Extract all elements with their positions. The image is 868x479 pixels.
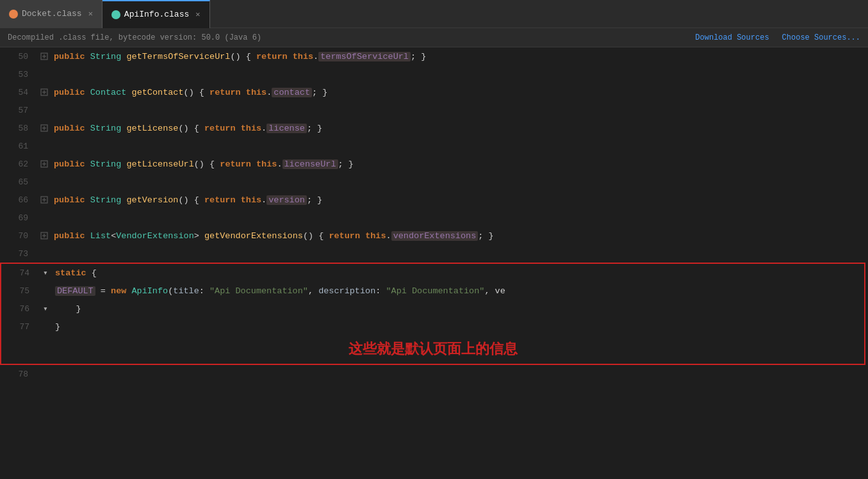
code-content-50: public String getTermsOfServiceUrl() { r… xyxy=(50,52,868,61)
highlighted-static-block: 74 ▾ static { 75 DEFAULT = new ApiInfo( … xyxy=(0,263,865,365)
code-line-66: 66 public String getVersion() { return t… xyxy=(0,191,868,209)
line-num-54: 54 xyxy=(0,88,38,97)
code-area: 50 public String getTermsOfServiceUrl() … xyxy=(0,47,868,479)
code-line-62: 62 public String getLicenseUrl() { retur… xyxy=(0,155,868,173)
tab-docket-label: Docket.class xyxy=(22,9,82,19)
line-num-66: 66 xyxy=(0,195,38,205)
code-content-76: } xyxy=(51,304,864,314)
code-line-69: 69 xyxy=(0,209,868,227)
line-num-74: 74 xyxy=(1,268,40,278)
line-num-61: 61 xyxy=(0,142,38,151)
fold-62[interactable] xyxy=(38,160,50,168)
info-bar: Decompiled .class file, bytecode version… xyxy=(0,28,868,47)
code-line-50: 50 public String getTermsOfServiceUrl() … xyxy=(0,47,868,65)
tab-apiinfo-label: ApiInfo.class xyxy=(124,10,189,19)
tab-docket[interactable]: Docket.class ✕ xyxy=(0,0,102,28)
download-sources-link[interactable]: Download Sources xyxy=(695,33,769,42)
info-bar-actions: Download Sources Choose Sources... xyxy=(695,33,860,42)
fold-76[interactable]: ▾ xyxy=(40,304,51,314)
code-content-54: public Contact getContact() { return thi… xyxy=(50,88,868,97)
line-num-78: 78 xyxy=(0,369,38,379)
tab-apiinfo-close[interactable]: ✕ xyxy=(195,10,200,19)
code-line-74: 74 ▾ static { xyxy=(1,264,864,282)
choose-sources-link[interactable]: Choose Sources... xyxy=(782,33,860,42)
line-num-65: 65 xyxy=(0,177,38,187)
code-line-75: 75 DEFAULT = new ApiInfo( title: "Api Do… xyxy=(1,282,864,300)
code-line-65: 65 xyxy=(0,173,868,191)
code-content-74: static { xyxy=(51,268,864,278)
line-num-75: 75 xyxy=(1,286,40,296)
line-num-69: 69 xyxy=(0,213,38,223)
annotation-text: 这些就是默认页面上的信息 xyxy=(1,336,864,361)
line-num-57: 57 xyxy=(0,106,38,115)
tab-bar: Docket.class ✕ ApiInfo.class ✕ xyxy=(0,0,868,28)
code-line-61: 61 xyxy=(0,137,868,155)
line-num-73: 73 xyxy=(0,249,38,259)
fold-58[interactable] xyxy=(38,124,50,132)
code-line-78: 78 xyxy=(0,365,868,383)
line-num-77: 77 xyxy=(1,322,40,332)
tab-docket-close[interactable]: ✕ xyxy=(88,9,93,19)
decompile-info-text: Decompiled .class file, bytecode version… xyxy=(8,33,261,42)
line-num-50: 50 xyxy=(0,52,38,61)
docket-tab-icon xyxy=(9,10,18,19)
fold-50[interactable] xyxy=(38,53,50,60)
code-line-58: 58 public String getLicense() { return t… xyxy=(0,119,868,137)
apiinfo-tab-icon xyxy=(111,10,120,19)
code-line-70: 70 public List<VendorExtension> getVendo… xyxy=(0,227,868,245)
line-num-62: 62 xyxy=(0,159,38,169)
code-line-57: 57 xyxy=(0,101,868,119)
fold-54[interactable] xyxy=(38,88,50,96)
line-num-76: 76 xyxy=(1,304,40,314)
code-line-54: 54 public Contact getContact() { return … xyxy=(0,83,868,101)
line-num-70: 70 xyxy=(0,231,38,241)
fold-74[interactable]: ▾ xyxy=(40,268,51,278)
code-content-62: public String getLicenseUrl() { return t… xyxy=(50,159,868,169)
line-num-58: 58 xyxy=(0,124,38,133)
code-line-77: 77 } xyxy=(1,318,864,336)
code-line-53: 53 xyxy=(0,65,868,83)
code-content-70: public List<VendorExtension> getVendorEx… xyxy=(50,231,868,241)
code-content-77: } xyxy=(51,322,864,332)
line-num-53: 53 xyxy=(0,70,38,79)
code-content-75: DEFAULT = new ApiInfo( title: "Api Docum… xyxy=(51,286,864,296)
fold-66[interactable] xyxy=(38,196,50,204)
tab-apiinfo[interactable]: ApiInfo.class ✕ xyxy=(102,0,210,28)
code-content-58: public String getLicense() { return this… xyxy=(50,124,868,133)
code-content-66: public String getVersion() { return this… xyxy=(50,195,868,205)
code-line-73: 73 xyxy=(0,245,868,263)
code-line-76: 76 ▾ } xyxy=(1,300,864,318)
fold-70[interactable] xyxy=(38,232,50,240)
